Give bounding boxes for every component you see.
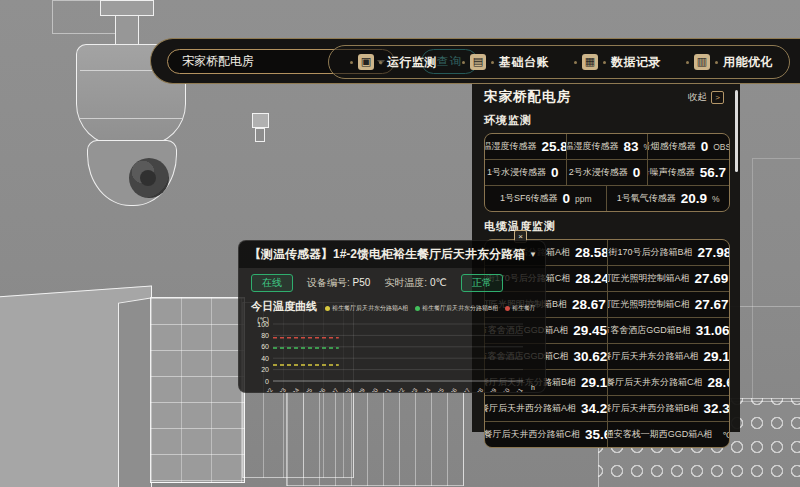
sensor-label: 裕生餐厅后天井西分路箱B相 [608, 402, 699, 415]
popup-title-dropdown[interactable]: 【测温传感器】1#-2馈电柜裕生餐厅后天井东分路箱 ▼ [239, 241, 545, 268]
sensor-label: 1号氧气传感器 [617, 192, 676, 205]
nav-label: 运行监测 [387, 54, 437, 71]
panel-scrollbar[interactable] [735, 90, 738, 172]
sensor-value: 0 [701, 139, 709, 154]
svg-text:20:33: 20:33 [273, 387, 287, 393]
collapse-control[interactable]: 收起 > [688, 91, 724, 104]
chevron-down-icon: ▼ [529, 250, 537, 259]
sensor-value: 29.15 [581, 375, 606, 390]
env-cell: 1号氧气传感器 20.9 % [607, 186, 729, 211]
sensor-value: 28.58 [575, 245, 606, 260]
svg-text:20:34: 20:34 [287, 387, 301, 393]
env-cell: 2号水浸传感器 0 [567, 160, 648, 185]
nav-label: 用能优化 [723, 54, 773, 71]
svg-text:20:46: 20:46 [445, 387, 459, 393]
monitor-icon: ▣ [358, 54, 374, 70]
nav-menu: ▣ 运行监测 ▤ 基础台账 ▦ 数据记录 ▥ 用能优化 [328, 45, 790, 79]
nav-item-run-monitor[interactable]: ▣ 运行监测 [345, 54, 437, 71]
nav-label: 基础台账 [499, 54, 549, 71]
camera-lens [129, 158, 169, 198]
cable-cell: 裕生餐厅后天井西分路箱A相34.28℃ [485, 396, 607, 421]
legend-item[interactable]: 裕生餐厅后天井东分路箱A相 [325, 304, 408, 313]
cable-cell: 裕生餐厅后天井东分路箱A相29.15℃ [608, 344, 730, 369]
device-no-label: 设备编号: [307, 277, 350, 288]
svg-text:20:38: 20:38 [339, 387, 353, 393]
nav-item-data-records[interactable]: ▦ 数据记录 [569, 54, 661, 71]
sensor-value: 25.8 [541, 139, 565, 154]
svg-text:20:44: 20:44 [418, 387, 432, 393]
legend-dot [505, 306, 510, 311]
env-cell: 1号温湿度传感器 83 %RH [567, 134, 648, 159]
env-sensor-table: 1号温湿度传感器 25.8 ℃ 1号温湿度传感器 83 %RH 1号烟感传感器 … [484, 133, 730, 212]
svg-text:20:43: 20:43 [405, 387, 419, 393]
svg-text:20:51: 20:51 [510, 387, 524, 393]
env-cell: 1号烟感传感器 0 OBS/m [648, 134, 729, 159]
cabinet-model-center [150, 297, 245, 483]
collapse-label: 收起 [688, 91, 707, 104]
sensor-value: 20.9 [681, 191, 707, 206]
nav-label: 数据记录 [611, 54, 661, 71]
env-cell: 1号温湿度传感器 25.8 ℃ [485, 134, 566, 159]
cable-cell: 通安客栈一期西GGD箱A相℃ [608, 422, 730, 447]
sensor-value: 32.34 [704, 401, 729, 416]
svg-text:20:35: 20:35 [300, 387, 314, 393]
nav-item-energy-optimize[interactable]: ▥ 用能优化 [681, 54, 773, 71]
cabinet-wireframe-2 [286, 392, 464, 486]
svg-text:0: 0 [265, 378, 269, 385]
wireframe-box-2 [752, 158, 800, 402]
env-section-title: 环境监测 [484, 113, 730, 128]
panel-header: 宋家桥配电房 收起 > [484, 88, 730, 106]
sensor-value: 28.24 [575, 271, 606, 286]
sensor-unit: % [712, 194, 720, 204]
status-badge-normal: 正常 [461, 274, 503, 292]
sensor-label: 水市客舍酒店GGD箱B相 [608, 324, 691, 337]
realtime-temp: 实时温度: 0℃ [384, 276, 446, 290]
device-no-value: P50 [353, 277, 371, 288]
collapse-chevron-icon[interactable]: > [711, 91, 724, 104]
svg-text:60: 60 [261, 343, 269, 350]
chart-legend: 裕生餐厅后天井东分路箱A相裕生餐厅后天井东分路箱B相裕生餐厅后天井东分路箱C相 [325, 304, 535, 314]
records-icon: ▦ [582, 54, 598, 70]
sensor-value: 29.15 [704, 349, 729, 364]
env-cell: 1号水浸传感器 0 [485, 160, 566, 185]
svg-text:(℃): (℃) [257, 316, 269, 324]
dot-separator [350, 61, 353, 64]
legend-item[interactable]: 裕生餐厅后天井东分路箱B相 [415, 304, 498, 313]
camera-bracket [115, 15, 139, 46]
cable-cell: 路灯匠光照明控制箱A相27.69℃ [608, 266, 730, 291]
dot-separator [574, 61, 577, 64]
cable-cell: 裕生餐厅后天井西分路箱C相35.6℃ [485, 422, 607, 447]
sensor-label: 通安客栈一期西GGD箱A相 [608, 428, 713, 441]
sensor-label: 裕生餐厅后天井东分路箱A相 [608, 350, 699, 363]
dot-separator [603, 61, 606, 64]
svg-text:20:42: 20:42 [392, 387, 406, 393]
svg-text:20:49: 20:49 [484, 387, 498, 393]
sensor-value: 34.28 [581, 401, 606, 416]
svg-text:h: h [531, 384, 535, 391]
sensor-label: 1号噪声传感器 [648, 166, 695, 179]
chart-container: 020406080100(℃)20:3220:3320:3420:3520:36… [239, 314, 545, 393]
sensor-unit: %RH [644, 142, 648, 152]
sensor-value: 27.98 [698, 245, 729, 260]
nav-item-base-ledger[interactable]: ▤ 基础台账 [457, 54, 549, 71]
svg-text:20:37: 20:37 [326, 387, 340, 393]
sensor-value: 83 [624, 139, 639, 154]
svg-text:20:32: 20:32 [260, 387, 274, 393]
svg-text:40: 40 [261, 355, 269, 362]
cable-cell: 裕生餐厅后天井西分路箱B相32.34℃ [608, 396, 730, 421]
temperature-chart: 020406080100(℃)20:3220:3320:3420:3520:36… [247, 315, 539, 393]
cable-cell: 裕生餐厅后天井东分路箱C相28.6℃ [608, 370, 730, 395]
sensor-label: 1号水浸传感器 [487, 166, 546, 179]
realtime-temp-value: 0℃ [430, 277, 447, 288]
svg-text:20:40: 20:40 [366, 387, 380, 393]
svg-text:20:39: 20:39 [352, 387, 366, 393]
sensor-label: 西大街170号后分路箱B相 [608, 246, 693, 259]
legend-name: 裕生餐厅后天井东分路箱A相 [332, 304, 408, 313]
sensor-value: 28.6 [708, 375, 729, 390]
legend-item[interactable]: 裕生餐厅后天井东分路箱C相 [505, 304, 535, 313]
svg-text:20: 20 [261, 366, 269, 373]
sensor-label: 1号温湿度传感器 [567, 140, 619, 153]
chart-header: 今日温度曲线 裕生餐厅后天井东分路箱A相裕生餐厅后天井东分路箱B相裕生餐厅后天井… [239, 292, 545, 314]
svg-text:20:45: 20:45 [431, 387, 445, 393]
popup-status-row: 在线 设备编号: P50 实时温度: 0℃ 正常 [239, 268, 545, 292]
